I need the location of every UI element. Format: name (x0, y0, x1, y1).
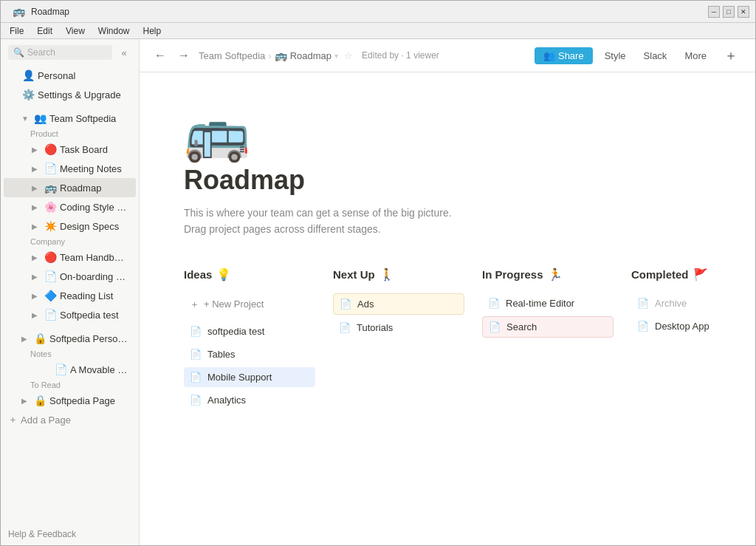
menu-window[interactable]: Window (92, 24, 136, 38)
card-icon-tables: 📄 (190, 349, 202, 360)
sidebar-item-onboarding[interactable]: ▶ 📄 On-boarding Checklist (4, 267, 136, 286)
breadcrumb-star-icon[interactable]: ☆ (344, 50, 353, 61)
add-button[interactable]: ＋ (718, 44, 743, 67)
card-tables[interactable]: 📄 Tables (184, 344, 315, 364)
share-button[interactable]: 👥 Share (535, 47, 593, 64)
reading-label: Reading List (60, 290, 128, 301)
forward-button[interactable]: → (175, 47, 193, 64)
sidebar-item-personal[interactable]: 👤 Personal (4, 66, 136, 85)
softtest-arrow-icon: ▶ (32, 311, 44, 319)
sidebar-item-settings[interactable]: ⚙️ Settings & Upgrade (4, 85, 136, 104)
breadcrumb-page-name[interactable]: Roadmap (290, 50, 331, 61)
coding-arrow-icon: ▶ (32, 203, 44, 211)
new-project-label: + New Project (204, 298, 264, 310)
help-feedback-button[interactable]: Help & Feedback (8, 529, 76, 539)
sidebar-item-taskboard[interactable]: ▶ 🔴 Task Board (4, 140, 136, 159)
card-icon-search: 📄 (489, 321, 501, 332)
sidebar-item-design-specs[interactable]: ▶ ✴️ Design Specs (4, 216, 136, 236)
card-mobile-support[interactable]: 📄 Mobile Support (184, 367, 315, 387)
card-icon-tutorials: 📄 (339, 322, 351, 333)
card-desktop-app[interactable]: 📄 Desktop App (631, 316, 755, 336)
search-box[interactable]: 🔍 Search (8, 45, 112, 60)
settings-label: Settings & Upgrade (38, 89, 128, 100)
collapse-sidebar-button[interactable]: « (117, 45, 131, 60)
breadcrumb-current: 🚌 Roadmap ▾ ☆ (275, 50, 353, 61)
card-icon-ads: 📄 (340, 298, 351, 310)
sidebar-item-softpedia-page[interactable]: ▶ 🔒 Softpedia Page (4, 391, 136, 410)
settings-icon: ⚙️ (21, 88, 35, 101)
card-search[interactable]: 📄 Search (482, 316, 614, 338)
card-ads[interactable]: 📄 Ads (333, 293, 464, 315)
inprogress-title: In Progress (482, 268, 543, 281)
softpage-arrow-icon: ▶ (21, 397, 33, 405)
reading-icon: 🔷 (44, 289, 57, 302)
add-page-label: Add a Page (21, 414, 71, 426)
card-icon-softpedia-test: 📄 (190, 326, 202, 337)
menu-view[interactable]: View (60, 24, 91, 38)
sidebar-header: 🔍 Search « (1, 39, 139, 66)
card-label-search: Search (506, 321, 607, 332)
main-content: 🚌 Roadmap This is where your team can ge… (140, 72, 755, 545)
page-description: This is where your team can get a sense … (184, 205, 711, 238)
window-controls[interactable]: ─ □ ✕ (708, 6, 749, 18)
card-realtime-editor[interactable]: 📄 Real-time Editor (482, 293, 614, 313)
style-button[interactable]: Style (599, 47, 632, 64)
close-button[interactable]: ✕ (738, 6, 749, 18)
sidebar-item-reading-list[interactable]: ▶ 🔷 Reading List (4, 286, 136, 305)
design-arrow-icon: ▶ (32, 222, 44, 231)
sidebar-product-heading: Product (1, 128, 139, 140)
sidebar-item-roadmap[interactable]: ▶ 🚌 Roadmap (4, 178, 136, 197)
sidebar: 🔍 Search « 👤 Personal ⚙️ Settings & Upgr… (1, 39, 140, 545)
card-icon-archive: 📄 (637, 298, 649, 309)
back-button[interactable]: ← (151, 47, 169, 64)
card-label-analytics: Analytics (207, 395, 309, 406)
menu-edit[interactable]: Edit (31, 24, 58, 38)
onboarding-label: On-boarding Checklist (60, 271, 128, 282)
menu-help[interactable]: Help (137, 24, 168, 38)
card-label-tutorials: Tutorials (357, 322, 458, 333)
softtest-icon: 📄 (44, 308, 57, 321)
menu-file[interactable]: File (4, 24, 30, 38)
ideas-col-header: Ideas 💡 (184, 267, 315, 281)
card-label-tables: Tables (207, 349, 309, 360)
card-label-softpedia-test: softpedia test (207, 326, 309, 337)
slack-button[interactable]: Slack (638, 47, 673, 64)
design-label: Design Specs (60, 221, 128, 232)
add-page-button[interactable]: ＋ Add a Page (1, 410, 139, 429)
new-project-button[interactable]: ＋ + New Project (184, 293, 315, 315)
coding-icon: 🌸 (44, 200, 57, 214)
sidebar-item-softpedia-test[interactable]: ▶ 📄 Softpedia test (4, 305, 136, 324)
personal-section-icon: 🔒 (33, 332, 47, 345)
sidebar-item-coding-style[interactable]: ▶ 🌸 Coding Style Guide (4, 197, 136, 216)
card-archive[interactable]: 📄 Archive (631, 293, 755, 313)
sidebar-item-meeting-notes[interactable]: ▶ 📄 Meeting Notes (4, 159, 136, 178)
onboarding-arrow-icon: ▶ (32, 273, 44, 281)
add-page-plus-icon: ＋ (8, 413, 18, 426)
completed-emoji: 🚩 (693, 267, 708, 281)
kanban-board: Ideas 💡 ＋ + New Project 📄 softpedia test (184, 267, 711, 413)
card-icon-mobile-support: 📄 (190, 372, 202, 383)
minimize-button[interactable]: ─ (708, 6, 720, 18)
maximize-button[interactable]: □ (723, 6, 735, 18)
more-button[interactable]: More (678, 47, 712, 64)
handbook-icon: 🔴 (44, 250, 57, 264)
onboarding-icon: 📄 (44, 270, 57, 283)
sidebar-item-movable-feast[interactable]: 📄 A Movable Feast (4, 360, 136, 379)
search-placeholder: Search (27, 47, 55, 58)
roadmap-icon: 🚌 (44, 181, 57, 194)
sidebar-team-section[interactable]: ▼ 👥 Team Softpedia (4, 109, 136, 128)
breadcrumb-team[interactable]: Team Softpedia (199, 50, 265, 61)
kanban-col-inprogress: In Progress 🏃 📄 Real-time Editor 📄 Searc… (482, 267, 614, 341)
card-softpedia-test[interactable]: 📄 softpedia test (184, 321, 315, 341)
taskboard-arrow-icon: ▶ (32, 146, 44, 154)
sidebar-personal-section[interactable]: ▶ 🔒 Softpedia Personal (4, 329, 136, 348)
card-tutorials[interactable]: 📄 Tutorials (333, 318, 464, 338)
sidebar-item-handbook[interactable]: ▶ 🔴 Team Handbook (4, 248, 136, 267)
handbook-label: Team Handbook (60, 252, 128, 263)
meeting-arrow-icon: ▶ (32, 165, 44, 173)
card-analytics[interactable]: 📄 Analytics (184, 390, 315, 410)
new-project-plus-icon: ＋ (190, 298, 199, 311)
slack-label: Slack (644, 50, 667, 61)
personal-icon: 👤 (21, 69, 35, 82)
search-icon: 🔍 (13, 47, 24, 58)
